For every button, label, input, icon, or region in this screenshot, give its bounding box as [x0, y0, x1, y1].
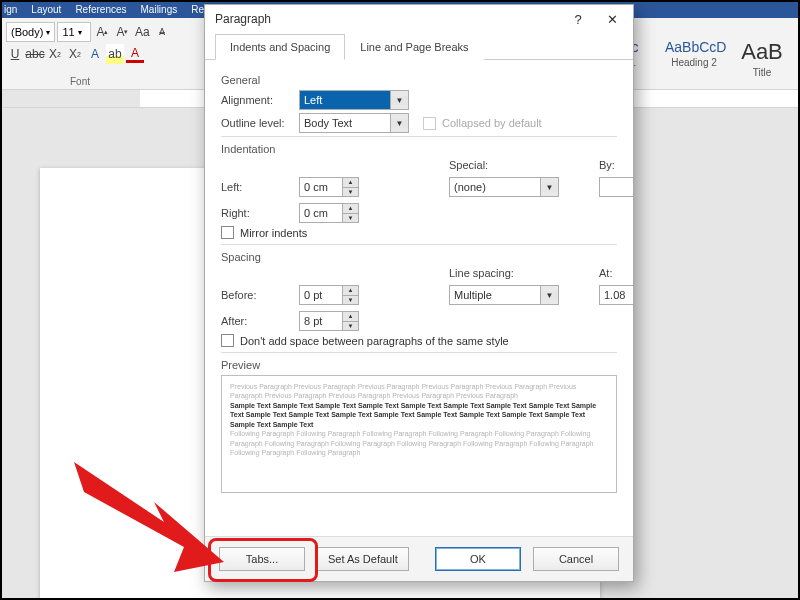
font-name-value: (Body) [11, 26, 43, 38]
indent-left-label: Left: [221, 181, 299, 193]
outline-label: Outline level: [221, 117, 299, 129]
ribbon-tab[interactable]: References [75, 4, 126, 15]
outline-level-combo[interactable]: Body Text ▼ [299, 113, 409, 133]
no-space-same-style-checkbox[interactable]: Don't add space between paragraphs of th… [221, 334, 509, 347]
special-header: Special: [449, 159, 559, 171]
font-size-value: 11 [62, 26, 74, 38]
line-spacing-combo[interactable]: Multiple ▼ [449, 285, 559, 305]
set-default-button[interactable]: Set As Default [317, 547, 409, 571]
dialog-body: General Alignment: Left ▼ Outline level:… [205, 60, 633, 536]
ribbon-tab[interactable]: Mailings [141, 4, 178, 15]
spacing-after-label: After: [221, 315, 299, 327]
chevron-down-icon: ▼ [541, 183, 558, 192]
at-header: At: [599, 267, 633, 279]
chevron-down-icon: ▼ [541, 291, 558, 300]
dialog-button-row: Tabs... Set As Default OK Cancel [205, 536, 633, 581]
down-arrow-icon[interactable]: ▼ [343, 296, 358, 305]
preview-pane: Previous Paragraph Previous Paragraph Pr… [221, 375, 617, 493]
up-arrow-icon[interactable]: ▲ [343, 312, 358, 322]
style-heading2[interactable]: AaBbCcD Heading 2 [662, 36, 726, 71]
close-button[interactable]: ✕ [595, 7, 629, 31]
ok-button[interactable]: OK [435, 547, 521, 571]
chevron-down-icon: ▼ [391, 96, 408, 105]
by-header: By: [599, 159, 633, 171]
up-arrow-icon[interactable]: ▲ [343, 178, 358, 188]
dialog-title: Paragraph [215, 12, 561, 26]
cancel-button[interactable]: Cancel [533, 547, 619, 571]
section-general: General [221, 74, 617, 86]
alignment-label: Alignment: [221, 94, 299, 106]
alignment-value: Left [300, 91, 391, 109]
ribbon-group-label: Font [70, 76, 90, 87]
spacing-at-spinner[interactable]: 1.08 ▲▼ [599, 285, 633, 305]
underline-button[interactable]: U [6, 44, 24, 64]
up-arrow-icon[interactable]: ▲ [343, 286, 358, 296]
ribbon-font-group: (Body) ▾ 11 ▾ A▴ A▾ Aa A̶ U abc X2 X2 A … [6, 22, 201, 89]
chevron-down-icon: ▾ [46, 28, 50, 37]
grow-font-button[interactable]: A▴ [93, 22, 111, 42]
alignment-combo[interactable]: Left ▼ [299, 90, 409, 110]
spacing-before-spinner[interactable]: 0 pt ▲▼ [299, 285, 359, 305]
collapsed-checkbox: Collapsed by default [423, 117, 542, 130]
up-arrow-icon[interactable]: ▲ [343, 204, 358, 214]
down-arrow-icon[interactable]: ▼ [343, 188, 358, 197]
font-size-combo[interactable]: 11 ▾ [57, 22, 91, 42]
special-combo[interactable]: (none) ▼ [449, 177, 559, 197]
text-effects-button[interactable]: A [86, 44, 104, 64]
indent-by-spinner[interactable]: ▲▼ [599, 177, 633, 197]
outline-value: Body Text [300, 114, 391, 132]
chevron-down-icon: ▼ [391, 119, 408, 128]
indent-right-label: Right: [221, 207, 299, 219]
dialog-titlebar: Paragraph ? ✕ [205, 5, 633, 33]
highlight-button[interactable]: ab [106, 44, 124, 64]
indent-right-spinner[interactable]: 0 cm ▲▼ [299, 203, 359, 223]
clear-formatting-button[interactable]: A̶ [153, 22, 171, 42]
help-button[interactable]: ? [561, 7, 595, 31]
section-spacing: Spacing [221, 251, 617, 263]
ribbon-tab[interactable]: Layout [31, 4, 61, 15]
strikethrough-button[interactable]: abc [26, 44, 44, 64]
section-preview: Preview [221, 359, 617, 371]
subscript-button[interactable]: X2 [46, 44, 64, 64]
shrink-font-button[interactable]: A▾ [113, 22, 131, 42]
section-indentation: Indentation [221, 143, 617, 155]
change-case-button[interactable]: Aa [133, 22, 151, 42]
style-title[interactable]: AaB Title [730, 36, 794, 81]
dialog-tabstrip: Indents and Spacing Line and Page Breaks [205, 33, 633, 60]
ribbon-tab[interactable]: ign [4, 4, 17, 15]
tabs-button[interactable]: Tabs... [219, 547, 305, 571]
line-spacing-header: Line spacing: [449, 267, 559, 279]
font-name-combo[interactable]: (Body) ▾ [6, 22, 55, 42]
spacing-before-label: Before: [221, 289, 299, 301]
superscript-button[interactable]: X2 [66, 44, 84, 64]
down-arrow-icon[interactable]: ▼ [343, 214, 358, 223]
tab-indents-spacing[interactable]: Indents and Spacing [215, 34, 345, 60]
spacing-after-spinner[interactable]: 8 pt ▲▼ [299, 311, 359, 331]
paragraph-dialog: Paragraph ? ✕ Indents and Spacing Line a… [204, 4, 634, 582]
indent-left-spinner[interactable]: 0 cm ▲▼ [299, 177, 359, 197]
chevron-down-icon: ▾ [78, 28, 82, 37]
close-icon: ✕ [607, 12, 618, 27]
down-arrow-icon[interactable]: ▼ [343, 322, 358, 331]
mirror-indents-checkbox[interactable]: Mirror indents [221, 226, 307, 239]
tab-line-page-breaks[interactable]: Line and Page Breaks [345, 34, 483, 60]
font-color-button[interactable]: A [126, 46, 144, 63]
